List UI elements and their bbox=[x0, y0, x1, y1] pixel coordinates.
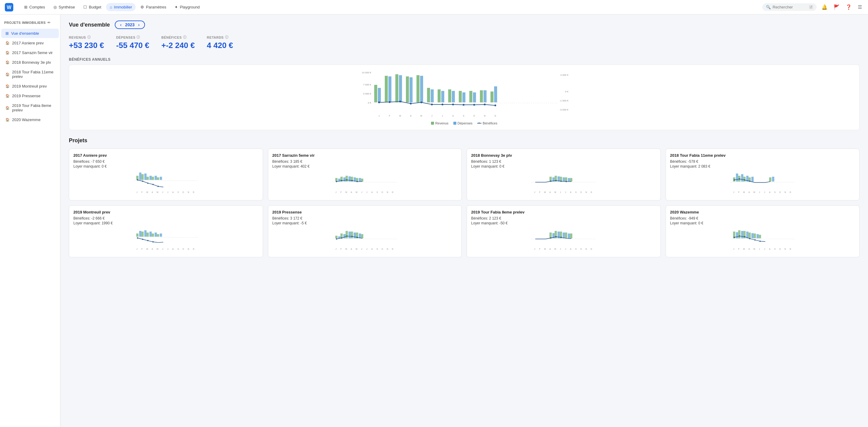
svg-text:F: F bbox=[141, 191, 143, 193]
project-title-1: 2017 Sarrazin 5eme vir bbox=[272, 153, 458, 158]
sidebar-edit-icon[interactable]: ✏ bbox=[48, 21, 51, 25]
sidebar-item-2019-pressense[interactable]: 🏠 2019 Pressense bbox=[1, 91, 59, 100]
svg-point-129 bbox=[566, 181, 567, 182]
svg-point-58 bbox=[494, 104, 496, 106]
property-icon-7: 🏠 bbox=[5, 118, 10, 122]
svg-point-235 bbox=[550, 237, 551, 239]
svg-text:J: J bbox=[136, 191, 137, 193]
svg-point-55 bbox=[463, 104, 465, 106]
svg-text:J: J bbox=[733, 248, 734, 250]
project-chart-3: J F M A M J J A S O N D bbox=[670, 171, 855, 196]
svg-text:14 000 €: 14 000 € bbox=[362, 71, 371, 74]
logo: W bbox=[5, 3, 13, 11]
sidebar-item-2018-bonnevay[interactable]: 🏠 2018 Bonnevay 3e plv bbox=[1, 58, 59, 67]
svg-text:J: J bbox=[560, 248, 561, 250]
svg-point-267 bbox=[759, 241, 761, 242]
retards-info-icon[interactable]: ⓘ bbox=[225, 35, 229, 39]
svg-rect-233 bbox=[563, 233, 565, 238]
svg-rect-62 bbox=[147, 177, 149, 180]
svg-rect-174 bbox=[157, 234, 159, 237]
svg-rect-93 bbox=[361, 179, 363, 182]
svg-point-265 bbox=[749, 238, 750, 239]
svg-rect-124 bbox=[563, 177, 565, 182]
svg-rect-206 bbox=[353, 233, 355, 238]
flag-icon[interactable]: 🚩 bbox=[832, 3, 841, 11]
project-chart-svg-7: J F M A M J J A S O N D bbox=[670, 228, 855, 252]
project-card-2018-tour-fabia[interactable]: 2018 Tour Fabia 11eme prelev Bénéfices: … bbox=[665, 149, 860, 201]
stat-benefices: BÉNÉFICES ⓘ +-2 240 € bbox=[161, 35, 195, 50]
project-chart-7: J F M A M J J A S O N D bbox=[670, 228, 855, 253]
svg-rect-29 bbox=[438, 89, 441, 102]
svg-text:J: J bbox=[136, 248, 137, 250]
svg-text:A: A bbox=[351, 191, 352, 193]
svg-rect-34 bbox=[491, 92, 494, 102]
svg-text:M: M bbox=[421, 115, 422, 117]
project-benefices-1: Bénéfices: 3 185 € bbox=[272, 159, 458, 164]
year-next-button[interactable]: › bbox=[137, 22, 141, 27]
project-card-2018-bonnevay[interactable]: 2018 Bonnevay 3e plv Bénéfices: 1 123 € … bbox=[467, 149, 661, 201]
sidebar-item-vue-ensemble[interactable]: ⊞ Vue d'ensemble bbox=[1, 29, 59, 38]
svg-text:F: F bbox=[340, 191, 342, 193]
sidebar-item-2017-sarrazin[interactable]: 🏠 2017 Sarrazin 5eme vir bbox=[1, 48, 59, 57]
nav-parametres[interactable]: ⚙ Paramètres bbox=[137, 3, 170, 11]
sidebar-item-2019-montreuil[interactable]: 🏠 2019 Montreuil prev bbox=[1, 82, 59, 91]
svg-text:N: N bbox=[484, 115, 485, 117]
svg-rect-120 bbox=[565, 177, 567, 182]
svg-rect-36 bbox=[389, 77, 392, 102]
svg-rect-30 bbox=[448, 89, 451, 102]
svg-rect-37 bbox=[399, 75, 402, 102]
svg-rect-257 bbox=[736, 232, 738, 238]
nav-comptes[interactable]: ⊞ Comptes bbox=[21, 3, 49, 11]
menu-icon[interactable]: ☰ bbox=[857, 3, 863, 11]
svg-rect-65 bbox=[139, 173, 141, 180]
project-card-2019-montreuil[interactable]: 2019 Montreuil prev Bénéfices: -2 666 € … bbox=[69, 205, 263, 257]
project-card-2017-sarrazin[interactable]: 2017 Sarrazin 5eme vir Bénéfices: 3 185 … bbox=[268, 149, 462, 201]
stat-revenus: REVENUS ⓘ +53 230 € bbox=[69, 35, 104, 50]
svg-text:O: O bbox=[580, 191, 582, 193]
project-card-2017-asniere[interactable]: 2017 Asniere prev Bénéfices: -7 650 € Lo… bbox=[69, 149, 263, 201]
depenses-legend-dot bbox=[453, 122, 456, 125]
page-title: Vue d'ensemble bbox=[69, 22, 110, 28]
notifications-icon[interactable]: 🔔 bbox=[820, 3, 829, 11]
depenses-info-icon[interactable]: ⓘ bbox=[136, 35, 140, 39]
svg-rect-177 bbox=[150, 232, 152, 237]
sidebar-item-2017-asniere[interactable]: 🏠 2017 Asniere prev bbox=[1, 38, 59, 48]
project-card-2019-tour-fabia8[interactable]: 2019 Tour Fabia 8eme prelev Bénéfices: 2… bbox=[467, 205, 661, 257]
nav-immobilier[interactable]: ⌂ Immobilier bbox=[106, 3, 135, 11]
svg-text:S: S bbox=[178, 248, 179, 250]
project-card-2020-wazemme[interactable]: 2020 Wazemme Bénéfices: -949 € Loyer man… bbox=[665, 205, 860, 257]
synthese-icon: ◎ bbox=[54, 5, 57, 9]
svg-point-53 bbox=[441, 103, 443, 105]
sidebar-item-2019-tour-fabia8[interactable]: 🏠 2019 Tour Fabia 8eme prelev bbox=[1, 101, 59, 115]
year-prev-button[interactable]: ‹ bbox=[119, 22, 123, 27]
svg-text:O: O bbox=[182, 248, 184, 250]
svg-rect-46 bbox=[494, 86, 497, 102]
help-icon[interactable]: ❓ bbox=[844, 3, 853, 11]
revenus-info-icon[interactable]: ⓘ bbox=[87, 35, 91, 39]
overview-header: Vue d'ensemble ‹ 2023 › bbox=[69, 21, 860, 29]
svg-text:N: N bbox=[188, 248, 189, 250]
svg-point-182 bbox=[147, 240, 148, 241]
project-card-2019-pressense[interactable]: 2019 Pressense Bénéfices: 3 172 € Loyer … bbox=[268, 205, 462, 257]
nav-playground[interactable]: ✦ Playground bbox=[171, 3, 203, 11]
sidebar-item-2020-wazemme[interactable]: 🏠 2020 Wazemme bbox=[1, 115, 59, 124]
svg-point-99 bbox=[336, 181, 337, 182]
svg-text:N: N bbox=[386, 191, 388, 193]
sidebar-item-2018-tour-fabia[interactable]: 🏠 2018 Tour Fabia 11eme prelev bbox=[1, 67, 59, 81]
search-box[interactable]: 🔍 / bbox=[762, 3, 817, 11]
svg-rect-27 bbox=[416, 75, 420, 102]
project-title-6: 2019 Tour Fabia 8eme prelev bbox=[471, 210, 656, 214]
svg-rect-60 bbox=[136, 176, 138, 180]
svg-text:F: F bbox=[389, 115, 390, 117]
svg-rect-152 bbox=[772, 177, 774, 182]
svg-rect-64 bbox=[157, 177, 159, 180]
svg-text:A: A bbox=[173, 248, 174, 250]
svg-point-180 bbox=[137, 237, 138, 239]
search-input[interactable] bbox=[773, 5, 807, 9]
svg-rect-41 bbox=[441, 91, 444, 102]
nav-budget[interactable]: ☐ Budget bbox=[80, 3, 105, 11]
benefices-value: +-2 240 € bbox=[161, 41, 195, 50]
benefices-info-icon[interactable]: ⓘ bbox=[183, 35, 187, 39]
svg-text:N: N bbox=[386, 248, 388, 250]
nav-synthese[interactable]: ◎ Synthèse bbox=[50, 3, 79, 11]
